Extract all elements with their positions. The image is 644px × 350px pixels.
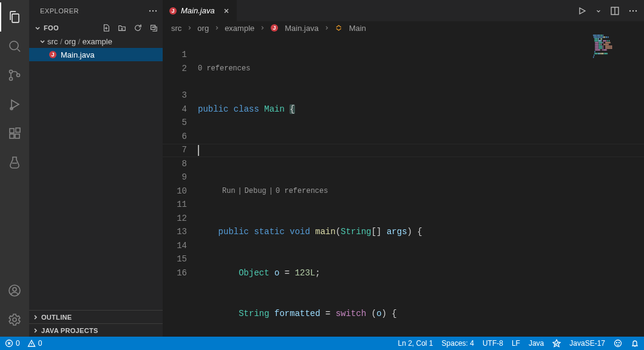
section-java-projects[interactable]: JAVA PROJECTS bbox=[29, 323, 163, 337]
tabs-row: J Main.java bbox=[163, 0, 644, 21]
activity-testing[interactable] bbox=[0, 148, 29, 177]
chevron-down-icon bbox=[39, 38, 46, 45]
code-editor[interactable]: 12345678910111213141516 0 references pub… bbox=[163, 35, 644, 337]
chevron-right-icon bbox=[259, 25, 265, 31]
java-file-icon: J bbox=[169, 7, 177, 15]
chevron-right-icon bbox=[214, 25, 220, 31]
svg-text:J: J bbox=[273, 25, 276, 31]
status-bell-icon[interactable] bbox=[631, 339, 639, 348]
collapse-all-icon[interactable] bbox=[149, 24, 158, 32]
status-eol[interactable]: LF bbox=[512, 339, 520, 348]
svg-point-12 bbox=[149, 10, 151, 11]
sidebar-more-icon[interactable] bbox=[148, 6, 158, 16]
svg-rect-6 bbox=[10, 134, 14, 138]
chevron-right-icon bbox=[186, 25, 192, 31]
codelens[interactable]: Run|Debug|0 references bbox=[198, 184, 644, 198]
split-editor-icon[interactable] bbox=[610, 6, 620, 16]
status-jdk[interactable]: JavaSE-17 bbox=[569, 339, 605, 348]
activity-settings[interactable] bbox=[0, 305, 29, 334]
svg-point-13 bbox=[152, 10, 154, 11]
folder-header[interactable]: FOO bbox=[29, 21, 163, 35]
activity-accounts[interactable] bbox=[0, 276, 29, 305]
chevron-right-icon bbox=[32, 314, 39, 321]
tree-folder-row[interactable]: src / org / example bbox=[29, 35, 163, 48]
chevron-right-icon bbox=[324, 25, 330, 31]
tab-main-java[interactable]: J Main.java bbox=[163, 0, 237, 21]
tree-file-label: Main.java bbox=[61, 50, 95, 59]
svg-point-21 bbox=[629, 10, 631, 11]
status-indent[interactable]: Spaces: 4 bbox=[442, 339, 474, 348]
svg-point-1 bbox=[10, 70, 13, 73]
svg-point-10 bbox=[13, 288, 16, 291]
svg-point-22 bbox=[632, 10, 634, 11]
new-file-icon[interactable] bbox=[102, 24, 110, 32]
run-button[interactable] bbox=[577, 6, 587, 16]
chevron-down-icon bbox=[34, 24, 41, 32]
tree-file-row[interactable]: J Main.java bbox=[29, 48, 163, 61]
java-file-icon: J bbox=[270, 24, 279, 32]
folder-name: FOO bbox=[44, 24, 59, 32]
svg-point-28 bbox=[617, 343, 617, 343]
status-language[interactable]: Java bbox=[529, 339, 544, 348]
svg-point-0 bbox=[10, 41, 18, 50]
minimap[interactable]: ████ ████ ██ █ ████ ████ ██ ██(██) █ ███… bbox=[593, 35, 636, 65]
svg-point-29 bbox=[619, 343, 620, 343]
status-feedback-icon[interactable] bbox=[614, 339, 622, 348]
svg-point-14 bbox=[155, 10, 157, 11]
chevron-down-icon[interactable] bbox=[595, 8, 602, 14]
symbol-class-icon bbox=[334, 24, 343, 32]
line-gutter: 12345678910111213141516 bbox=[163, 35, 198, 337]
chevron-right-icon bbox=[32, 327, 39, 334]
tab-label: Main.java bbox=[181, 6, 215, 15]
svg-rect-7 bbox=[15, 134, 19, 138]
status-errors[interactable]: 0 bbox=[5, 339, 20, 348]
svg-point-2 bbox=[10, 78, 13, 81]
status-bar: 0 0 Ln 2, Col 1 Spaces: 4 UTF-8 LF Java … bbox=[0, 337, 644, 350]
more-icon[interactable] bbox=[628, 6, 638, 16]
status-cursor-pos[interactable]: Ln 2, Col 1 bbox=[398, 339, 433, 348]
status-java-ready-icon[interactable] bbox=[552, 339, 561, 348]
activity-search[interactable] bbox=[0, 32, 29, 61]
svg-text:J: J bbox=[51, 52, 54, 58]
activity-run-debug[interactable] bbox=[0, 90, 29, 119]
status-warnings[interactable]: 0 bbox=[27, 339, 42, 348]
new-folder-icon[interactable] bbox=[118, 24, 126, 32]
activity-explorer[interactable] bbox=[0, 2, 29, 32]
status-encoding[interactable]: UTF-8 bbox=[483, 339, 503, 348]
activity-source-control[interactable] bbox=[0, 61, 29, 90]
svg-rect-8 bbox=[16, 128, 20, 132]
code-content[interactable]: 0 references public class Main { Run|Deb… bbox=[198, 35, 644, 337]
svg-rect-5 bbox=[10, 129, 14, 133]
svg-point-23 bbox=[636, 10, 637, 11]
sidebar: EXPLORER FOO src / org / example J Main. bbox=[29, 0, 163, 337]
section-outline[interactable]: OUTLINE bbox=[29, 310, 163, 323]
java-file-icon: J bbox=[49, 50, 57, 59]
svg-point-11 bbox=[13, 318, 16, 321]
codelens[interactable]: 0 references bbox=[198, 62, 644, 75]
refresh-icon[interactable] bbox=[134, 24, 142, 32]
sidebar-title: EXPLORER bbox=[40, 7, 79, 15]
activity-bar bbox=[0, 0, 29, 337]
svg-text:J: J bbox=[171, 8, 174, 14]
editor-area: J Main.java src org example J Main.java … bbox=[163, 0, 644, 337]
activity-extensions[interactable] bbox=[0, 119, 29, 148]
breadcrumbs[interactable]: src org example J Main.java Main bbox=[163, 21, 644, 35]
close-icon[interactable] bbox=[222, 7, 231, 15]
svg-point-3 bbox=[17, 74, 20, 77]
